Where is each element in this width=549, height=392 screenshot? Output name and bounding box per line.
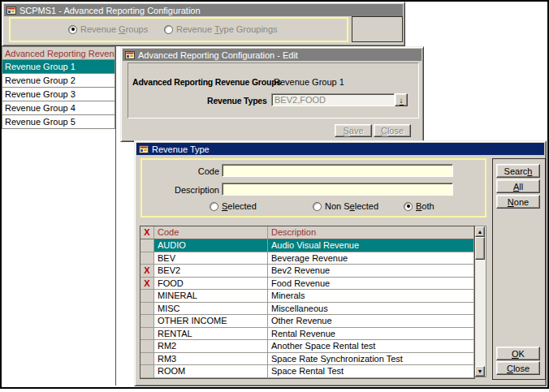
screenshot-root: SCPMS1 - Advanced Reporting Configuratio… <box>0 0 549 392</box>
radio-label: Revenue Type Groupings <box>176 24 278 34</box>
titlebar-edit[interactable]: Advanced Reporting Configuration - Edit <box>123 49 421 61</box>
none-button[interactable]: None <box>496 195 540 209</box>
selected-mark <box>140 315 154 328</box>
table-row[interactable]: RENTAL Rental Revenue <box>140 328 474 341</box>
selected-mark <box>140 340 154 353</box>
radio-icon <box>210 202 218 211</box>
list-item[interactable]: Revenue Group 2 <box>2 74 115 88</box>
radio-non-selected[interactable]: Non Selected <box>313 201 378 211</box>
app-icon <box>139 144 149 154</box>
radio-icon <box>313 202 322 211</box>
radio-selected[interactable]: Selected <box>210 201 257 211</box>
cell-description: Another Space Rental test <box>268 340 474 353</box>
dropdown-arrow-icon: ↓ <box>400 97 404 106</box>
list-item-label: Revenue Group 5 <box>5 117 76 127</box>
table-header-row: X Code Description <box>140 226 474 239</box>
selected-mark <box>140 365 154 378</box>
table-scrollbar[interactable]: ▲ ▼ <box>475 226 486 377</box>
radio-icon <box>164 25 173 34</box>
cell-description: Rental Revenue <box>268 328 474 341</box>
cell-code: RM3 <box>154 353 268 366</box>
table-row[interactable]: RM2 Another Space Rental test <box>140 340 474 353</box>
cell-description: Space Rate Synchronization Test <box>268 353 474 366</box>
table-row[interactable]: X FOOD Food Revenue <box>140 278 474 291</box>
revenue-type-table: X Code Description AUDIO Audio Visual Re… <box>140 226 486 379</box>
window-title: Advanced Reporting Configuration - Edit <box>138 50 298 60</box>
selected-mark <box>140 290 154 303</box>
window-title: SCPMS1 - Advanced Reporting Configuratio… <box>19 6 201 15</box>
cell-code: OTHER INCOME <box>154 315 268 328</box>
cell-code: MISC <box>154 303 268 316</box>
header-mark: X <box>140 226 154 239</box>
revenue-types-field[interactable] <box>271 93 395 106</box>
window-revenue-type: Revenue Type Code Description Selected N… <box>134 140 547 386</box>
selected-mark <box>140 328 154 341</box>
cell-description: Bev2 Revenue <box>268 265 474 278</box>
selected-mark: X <box>140 265 154 278</box>
titlebar-main[interactable]: SCPMS1 - Advanced Reporting Configuratio… <box>4 4 403 16</box>
cell-code: FOOD <box>154 278 268 291</box>
list-item-label: Revenue Group 3 <box>5 89 76 99</box>
list-item-label: Revenue Group 2 <box>5 75 76 85</box>
table-grid: X Code Description AUDIO Audio Visual Re… <box>140 226 475 379</box>
table-row[interactable]: OTHER INCOME Other Revenue <box>140 315 474 328</box>
radio-label: Non Selected <box>325 201 378 211</box>
selected-mark <box>140 252 154 265</box>
window-title: Revenue Type <box>152 144 210 154</box>
edit-groupbox <box>128 62 419 118</box>
window-edit: Advanced Reporting Configuration - Edit … <box>120 46 424 142</box>
titlebar-revenue-type[interactable]: Revenue Type <box>136 143 544 155</box>
table-row[interactable]: X BEV2 Bev2 Revenue <box>140 265 474 278</box>
scrollbar-thumb[interactable] <box>475 237 485 260</box>
radio-icon <box>404 202 413 211</box>
selected-mark: X <box>140 278 154 291</box>
cell-code: BEV <box>154 252 268 265</box>
cell-code: RM2 <box>154 340 268 353</box>
cell-description: Food Revenue <box>268 278 474 291</box>
all-button[interactable]: All <box>496 179 540 193</box>
description-label: Description <box>151 185 219 195</box>
list-header: Advanced Reporting Revenue Gr <box>2 46 115 60</box>
ok-button[interactable]: OK <box>496 347 540 360</box>
list-item[interactable]: Revenue Group 4 <box>2 101 115 115</box>
selected-mark <box>140 353 154 366</box>
search-button[interactable]: Search <box>496 164 540 178</box>
radio-revenue-groups[interactable]: Revenue Groups <box>68 24 148 34</box>
close-button[interactable]: Close <box>496 361 540 375</box>
table-row[interactable]: MINERAL Minerals <box>140 290 474 303</box>
scroll-down-icon[interactable]: ▼ <box>475 366 485 377</box>
cell-description: Audio Visual Revenue <box>268 239 474 252</box>
cell-description: Space Rental Test <box>268 365 474 378</box>
edit-close-button[interactable]: Close <box>374 124 411 137</box>
table-row[interactable]: AUDIO Audio Visual Revenue <box>140 239 474 252</box>
list-item-label: Revenue Group 4 <box>5 103 76 113</box>
cell-description: Beverage Revenue <box>268 252 474 265</box>
list-body: Revenue Group 1 Revenue Group 2 Revenue … <box>2 60 115 129</box>
table-row[interactable]: MISC Miscellaneous <box>140 303 474 316</box>
list-item[interactable]: Revenue Group 3 <box>2 88 115 101</box>
radio-label: Both <box>416 201 434 211</box>
description-input[interactable] <box>222 183 453 196</box>
scroll-up-icon[interactable]: ▲ <box>475 226 485 237</box>
list-item[interactable]: Revenue Group 5 <box>2 115 115 129</box>
table-row[interactable]: BEV Beverage Revenue <box>140 252 474 265</box>
revenue-types-dropdown-button[interactable]: ↓ <box>395 93 408 106</box>
cell-code: RENTAL <box>154 328 268 341</box>
scrollbar-track[interactable] <box>475 260 486 366</box>
radio-label: Selected <box>222 201 257 211</box>
app-icon <box>6 6 16 15</box>
window-revenue-groups-list: Advanced Reporting Revenue Gr Revenue Gr… <box>2 46 116 386</box>
save-button[interactable]: Save <box>335 124 372 137</box>
radio-revenue-type-groupings[interactable]: Revenue Type Groupings <box>164 24 278 34</box>
app-icon <box>125 50 135 60</box>
radio-both[interactable]: Both <box>404 201 434 211</box>
code-input[interactable] <box>222 164 453 177</box>
table-row[interactable]: RM3 Space Rate Synchronization Test <box>140 353 474 366</box>
table-row[interactable]: ROOM Space Rental Test <box>140 365 474 378</box>
cell-code: MINERAL <box>154 290 268 303</box>
selected-mark <box>140 239 154 252</box>
header-code: Code <box>154 226 268 239</box>
list-item[interactable]: Revenue Group 1 <box>2 60 115 74</box>
radio-icon <box>68 25 77 34</box>
cell-code: AUDIO <box>154 239 268 252</box>
